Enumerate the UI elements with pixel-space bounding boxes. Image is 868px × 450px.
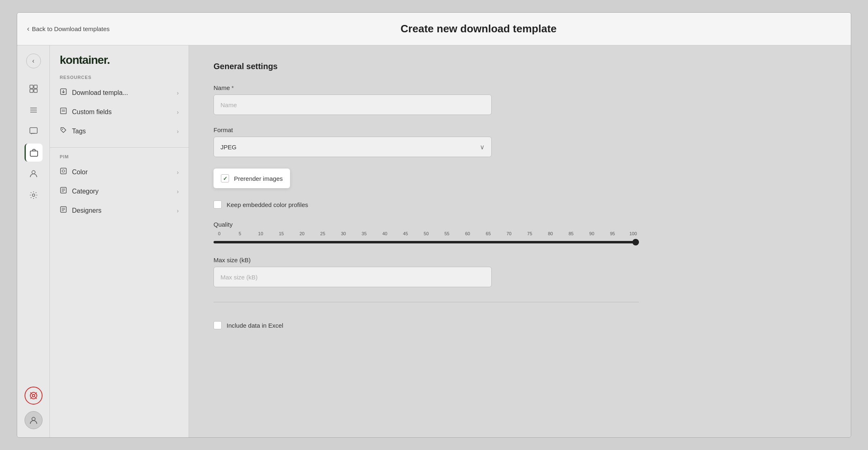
nav-item-custom-fields-label: Custom fields (72, 108, 172, 116)
prerender-checkbox-row[interactable]: ✓ Prerender images (214, 169, 290, 188)
keep-color-checkbox[interactable] (214, 200, 222, 209)
format-chevron-icon: ∨ (480, 143, 485, 151)
max-size-form-group: Max size (kB) (214, 256, 826, 287)
svg-rect-19 (61, 108, 66, 114)
app-logo: kontainer. (60, 54, 110, 67)
svg-rect-23 (61, 168, 66, 174)
sidebar-icon-gear[interactable] (25, 186, 43, 204)
format-select-value: JPEG (220, 144, 480, 151)
nav-item-color-label: Color (72, 169, 172, 176)
format-select[interactable]: JPEG ∨ (214, 137, 492, 157)
nav-item-designers-label: Designers (72, 207, 172, 214)
svg-point-22 (62, 129, 63, 130)
main-layout: ‹ (17, 45, 851, 437)
section-divider (214, 302, 639, 302)
user-avatar[interactable] (25, 411, 43, 429)
nav-item-download-label: Download templa... (72, 89, 172, 97)
name-form-group: Name * (214, 84, 826, 115)
format-form-group: Format JPEG ∨ (214, 126, 826, 157)
max-size-input[interactable] (214, 267, 492, 287)
sidebar-icon-person[interactable] (25, 165, 43, 183)
svg-point-24 (62, 170, 65, 172)
designers-icon (60, 206, 67, 215)
page-title: Create new download template (116, 22, 841, 35)
quality-label: Quality (214, 221, 826, 228)
svg-rect-3 (34, 89, 37, 92)
sidebar-icon-list[interactable] (25, 101, 43, 119)
nav-item-designers[interactable]: Designers › (50, 201, 189, 220)
svg-point-17 (32, 417, 35, 421)
icon-sidebar: ‹ (17, 45, 50, 437)
required-star: * (232, 85, 234, 91)
svg-point-10 (32, 194, 35, 196)
chevron-right-icon: › (177, 90, 179, 96)
back-arrow-icon: ‹ (27, 25, 29, 33)
max-size-label: Max size (kB) (214, 256, 826, 263)
sidebar-icon-chat[interactable] (25, 122, 43, 140)
svg-rect-2 (30, 89, 33, 92)
quality-slider[interactable] (214, 241, 639, 243)
app-frame: ‹ Back to Download templates Create new … (17, 12, 851, 438)
quality-section: Quality 0 5 10 15 20 25 30 35 40 45 50 5… (214, 221, 826, 245)
nav-item-color[interactable]: Color › (50, 162, 189, 182)
nav-item-custom-fields[interactable]: Custom fields › (50, 102, 189, 122)
checkmark-icon: ✓ (223, 176, 227, 182)
nav-sidebar: kontainer. RESOURCES Download templa... … (50, 45, 189, 437)
sidebar-icon-briefcase[interactable] (25, 144, 43, 162)
include-excel-checkbox[interactable] (214, 321, 222, 329)
nav-item-tags-label: Tags (72, 128, 172, 135)
back-nav-label: Back to Download templates (32, 25, 110, 32)
include-excel-label: Include data in Excel (227, 322, 283, 329)
back-nav-link[interactable]: ‹ Back to Download templates (27, 25, 110, 33)
nav-item-category-label: Category (72, 188, 172, 195)
keep-color-label: Keep embedded color profiles (227, 201, 308, 208)
sidebar-icon-grid[interactable] (25, 80, 43, 98)
name-input[interactable] (214, 94, 492, 115)
chevron-right-icon-2: › (177, 109, 179, 115)
format-label: Format (214, 126, 826, 133)
chevron-right-icon-3: › (177, 128, 179, 135)
quality-slider-wrapper (214, 238, 639, 245)
support-icon[interactable] (25, 387, 43, 405)
chevron-right-icon-5: › (177, 188, 179, 195)
pim-section-label: PIM (50, 154, 189, 162)
download-icon (60, 88, 67, 97)
prerender-checkbox[interactable]: ✓ (221, 174, 229, 182)
chevron-right-icon-4: › (177, 169, 179, 176)
svg-rect-1 (34, 85, 37, 88)
svg-point-12 (32, 394, 35, 397)
custom-fields-icon (60, 107, 67, 117)
prerender-label: Prerender images (234, 175, 283, 182)
svg-point-9 (32, 171, 35, 174)
sidebar-back-button[interactable]: ‹ (26, 54, 41, 68)
color-icon (60, 167, 67, 177)
nav-item-download-templates[interactable]: Download templa... › (50, 83, 189, 102)
resources-section-label: RESOURCES (50, 75, 189, 83)
keep-color-checkbox-row[interactable]: Keep embedded color profiles (214, 196, 308, 213)
top-bar: ‹ Back to Download templates Create new … (17, 13, 851, 45)
svg-rect-0 (30, 85, 33, 88)
section-title: General settings (214, 62, 826, 71)
slider-ticks: 0 5 10 15 20 25 30 35 40 45 50 55 60 65 … (214, 231, 639, 236)
svg-rect-8 (30, 151, 38, 156)
chevron-right-icon-6: › (177, 207, 179, 214)
nav-item-tags[interactable]: Tags › (50, 122, 189, 141)
category-icon (60, 187, 67, 196)
svg-rect-7 (30, 128, 37, 133)
tags-icon (60, 126, 67, 136)
name-label: Name * (214, 84, 826, 91)
nav-item-category[interactable]: Category › (50, 182, 189, 201)
content-area: General settings Name * Format JPEG ∨ (189, 45, 851, 437)
include-excel-checkbox-row[interactable]: Include data in Excel (214, 317, 283, 333)
